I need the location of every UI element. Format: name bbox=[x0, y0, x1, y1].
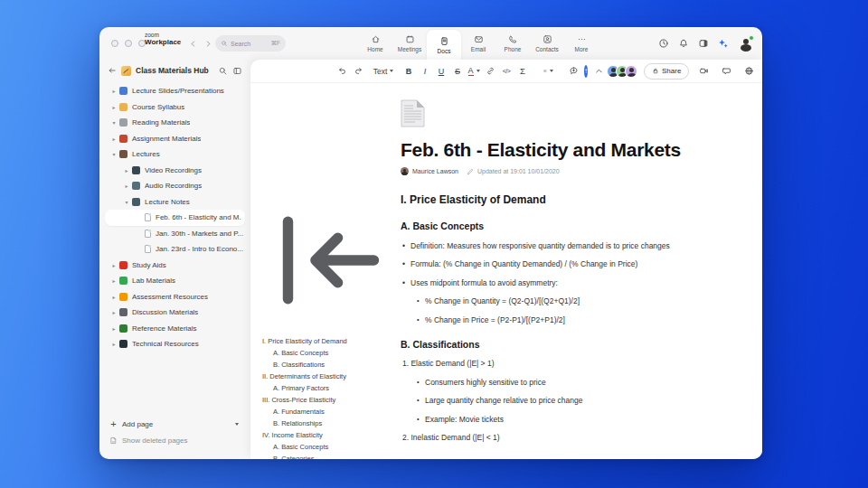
ai-companion-button[interactable]: ↑ bbox=[584, 65, 588, 78]
nav-back-button[interactable] bbox=[187, 38, 198, 49]
doc-bullet-item[interactable]: % Change in Price = (P2-P1)/[(P2+P1)/2] bbox=[401, 315, 699, 324]
notifications-bell-icon[interactable] bbox=[678, 38, 689, 49]
folder-tree-item[interactable]: ▸Reference Materials bbox=[99, 321, 250, 337]
folder-tree-item[interactable]: ▸Video Recordings bbox=[99, 163, 250, 179]
folder-tree-item[interactable]: ▸Discussion Materials bbox=[99, 305, 250, 321]
outline-item[interactable]: B. Categories bbox=[262, 453, 400, 459]
doc-numbered-item[interactable]: 2. Inelastic Demand (|E| < 1) bbox=[401, 433, 699, 442]
text-color-dropdown[interactable]: A bbox=[467, 64, 481, 79]
chevron-right-icon[interactable]: ▸ bbox=[123, 183, 130, 189]
chevron-right-icon[interactable]: ▸ bbox=[110, 136, 118, 142]
bold-button[interactable]: B bbox=[402, 64, 416, 79]
chevron-right-icon[interactable]: ▸ bbox=[123, 167, 130, 174]
user-avatar[interactable] bbox=[738, 36, 753, 52]
collaborator-avatar-3[interactable] bbox=[625, 65, 637, 78]
globe-icon[interactable] bbox=[742, 64, 756, 79]
video-camera-icon[interactable] bbox=[697, 64, 711, 79]
folder-tree-item[interactable]: ▸Study Aids bbox=[99, 258, 250, 274]
side-panel-icon[interactable] bbox=[698, 38, 709, 49]
folder-tree-item[interactable]: ▸Assessment Resources bbox=[99, 289, 250, 305]
folder-tree-item[interactable]: ▸Lab Materials bbox=[99, 273, 250, 289]
outline-item[interactable]: A. Fundamentals bbox=[262, 406, 400, 418]
chevron-right-icon[interactable]: ▸ bbox=[110, 88, 118, 94]
ai-companion-sparkle-icon[interactable] bbox=[718, 38, 729, 49]
chevron-right-icon[interactable]: ▸ bbox=[110, 325, 118, 332]
outline-item[interactable]: A. Basic Concepts bbox=[262, 347, 400, 359]
tab-phone[interactable]: Phone bbox=[495, 27, 530, 60]
share-button[interactable]: Share bbox=[644, 63, 689, 80]
chevron-right-icon[interactable]: ▸ bbox=[110, 262, 118, 268]
nav-forward-button[interactable] bbox=[203, 38, 213, 49]
chevron-down-icon[interactable]: ▾ bbox=[123, 199, 130, 205]
history-clock-icon[interactable] bbox=[658, 38, 669, 49]
doc-numbered-item[interactable]: 1. Elastic Demand (|E| > 1) bbox=[401, 359, 699, 368]
page-tree-item[interactable]: Feb. 6th - Elasticity and M... bbox=[105, 210, 245, 226]
tab-email[interactable]: Email bbox=[461, 27, 495, 60]
folder-tree-item[interactable]: ▸Assignment Materials bbox=[99, 131, 250, 147]
doc-heading-2[interactable]: I. Price Elasticity of Demand bbox=[401, 193, 699, 206]
doc-title[interactable]: Feb. 6th - Elasticity and Markets bbox=[401, 139, 699, 161]
italic-button[interactable]: I bbox=[419, 64, 432, 79]
outline-item[interactable]: IV. Income Elasticity bbox=[262, 429, 400, 441]
tab-docs[interactable]: Docs bbox=[427, 30, 461, 60]
tab-contacts[interactable]: Contacts bbox=[530, 27, 564, 60]
outline-item[interactable]: B. Classifications bbox=[262, 359, 400, 371]
chevron-right-icon[interactable]: ▸ bbox=[110, 104, 118, 110]
page-tree-item[interactable]: Jan. 23rd - Intro to Econo... bbox=[99, 241, 250, 258]
chat-bubble-icon[interactable] bbox=[720, 64, 733, 79]
code-block-button[interactable]: </> bbox=[500, 64, 514, 79]
folder-tree-item[interactable]: ▸Technical Resources bbox=[99, 336, 250, 352]
doc-heading-3[interactable]: B. Classifications bbox=[401, 339, 699, 350]
doc-bullet-item[interactable]: Definition: Measures how responsive quan… bbox=[401, 241, 699, 250]
sidebar-search-icon[interactable] bbox=[218, 66, 228, 76]
close-window-button[interactable] bbox=[111, 40, 118, 47]
collapse-outline-icon[interactable] bbox=[262, 192, 400, 329]
redo-button[interactable] bbox=[352, 64, 365, 79]
chevron-right-icon[interactable]: ▸ bbox=[110, 309, 118, 315]
doc-bullet-item[interactable]: Formula: (% Change in Quantity Demanded)… bbox=[401, 259, 699, 268]
folder-tree-item[interactable]: ▾Lecture Notes bbox=[99, 194, 250, 211]
chevron-right-icon[interactable]: ▸ bbox=[110, 277, 118, 284]
alignment-dropdown[interactable] bbox=[542, 64, 555, 79]
collapse-sidebar-icon[interactable] bbox=[232, 66, 242, 76]
folder-tree-item[interactable]: ▸Audio Recordings bbox=[99, 178, 250, 194]
doc-editor[interactable]: Feb. 6th - Elasticity and Markets Mauric… bbox=[401, 83, 699, 442]
doc-bullet-item[interactable]: Uses midpoint formula to avoid asymmetry… bbox=[401, 278, 699, 287]
folder-tree-item[interactable]: ▸Lecture Slides/Presentations bbox=[99, 83, 250, 99]
show-deleted-pages-button[interactable]: Show deleted pages bbox=[99, 432, 250, 448]
chevron-right-icon[interactable]: ▸ bbox=[110, 294, 118, 300]
outline-item[interactable]: B. Relationships bbox=[262, 418, 400, 429]
add-page-chevron-down-icon[interactable] bbox=[235, 423, 239, 426]
strikethrough-button[interactable]: S bbox=[451, 64, 465, 79]
folder-tree-item[interactable]: ▾Lectures bbox=[99, 146, 250, 163]
outline-item[interactable]: A. Primary Factors bbox=[262, 382, 400, 394]
minimize-window-button[interactable] bbox=[125, 40, 132, 47]
doc-bullet-item[interactable]: % Change in Quantity = (Q2-Q1)/[(Q2+Q1)/… bbox=[401, 296, 699, 305]
add-page-button[interactable]: + Add page bbox=[99, 416, 250, 432]
equation-button[interactable]: Σ bbox=[516, 64, 530, 79]
tab-meetings[interactable]: Meetings bbox=[392, 27, 427, 60]
underline-button[interactable]: U bbox=[435, 64, 448, 79]
undo-button[interactable] bbox=[335, 64, 349, 79]
doc-bullet-item[interactable]: Large quantity change relative to price … bbox=[401, 396, 699, 405]
global-search-input[interactable]: Search ⌘F bbox=[215, 35, 286, 52]
folder-tree-item[interactable]: ▸Course Syllabus bbox=[99, 99, 250, 116]
doc-bullet-item[interactable]: Consumers highly sensitive to price bbox=[401, 378, 699, 387]
tab-home[interactable]: Home bbox=[358, 27, 392, 60]
tab-more[interactable]: More bbox=[564, 27, 599, 60]
outline-item[interactable]: III. Cross-Price Elasticity bbox=[262, 394, 400, 406]
chevron-right-icon[interactable]: ▸ bbox=[110, 341, 118, 347]
page-tree-item[interactable]: Jan. 30th - Markets and P... bbox=[99, 226, 250, 242]
doc-bullet-item[interactable]: Example: Movie tickets bbox=[401, 415, 699, 424]
folder-tree-item[interactable]: ▾Reading Materials bbox=[99, 115, 250, 131]
outline-item[interactable]: I. Price Elasticity of Demand bbox=[262, 335, 400, 347]
back-arrow-icon[interactable] bbox=[108, 66, 117, 75]
chevron-down-icon[interactable]: ▾ bbox=[110, 119, 118, 126]
attachment-link-icon[interactable] bbox=[484, 64, 497, 79]
chevron-down-icon[interactable]: ▾ bbox=[110, 151, 118, 157]
text-style-dropdown[interactable]: Text bbox=[377, 64, 391, 79]
outline-item[interactable]: A. Basic Concepts bbox=[262, 441, 400, 453]
add-comment-icon[interactable] bbox=[567, 64, 580, 79]
collapse-toolbar-icon[interactable] bbox=[592, 64, 606, 79]
outline-item[interactable]: II. Determinants of Elasticity bbox=[262, 371, 400, 382]
